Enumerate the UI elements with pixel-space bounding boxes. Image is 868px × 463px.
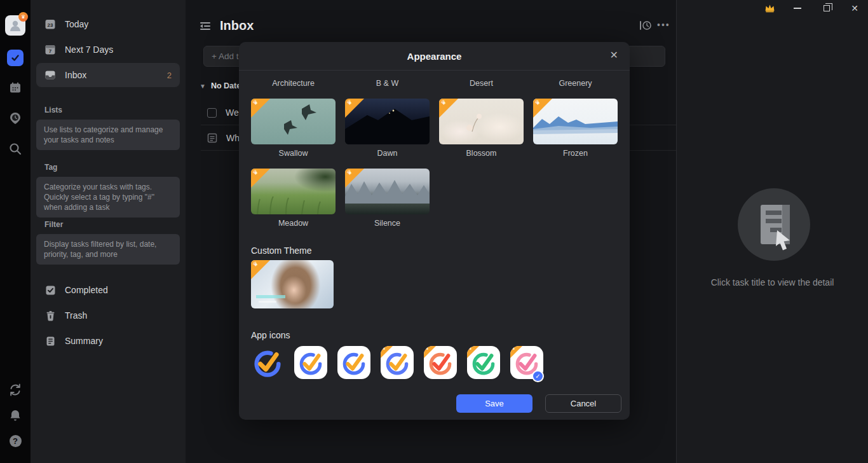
lists-hint: Use lists to categorize and manage your … (36, 120, 180, 150)
search-icon (8, 142, 22, 156)
bell-icon (8, 408, 22, 422)
svg-text:7: 7 (49, 48, 52, 54)
app-icon-blue[interactable] (294, 346, 327, 379)
restore-button[interactable] (821, 0, 832, 17)
custom-theme-heading: Custom Theme (251, 245, 311, 256)
help-icon: ? (10, 435, 22, 447)
page-title: Inbox (220, 18, 254, 33)
calendar-icon (8, 81, 22, 95)
rail-calendar-button[interactable] (8, 80, 23, 95)
rail-search-button[interactable] (8, 141, 23, 156)
app-icon-classic[interactable] (251, 346, 284, 379)
close-dialog-icon[interactable]: ✕ (610, 49, 618, 61)
theme-label: Desert (439, 79, 524, 88)
theme-thumbnail-blossom[interactable] (439, 99, 524, 144)
note-icon (207, 133, 217, 143)
document-with-cursor-icon (738, 188, 810, 261)
sidebar-item-today[interactable]: 23 Today (36, 12, 180, 36)
sidebar-item-label: Trash (65, 310, 87, 321)
theme-label: Swallow (251, 149, 336, 158)
theme-label: Silence (345, 219, 430, 228)
theme-thumbnail-dawn[interactable] (345, 99, 430, 144)
rail-tasks-active[interactable] (7, 50, 24, 66)
section-label-tag: Tag (44, 163, 57, 172)
save-button[interactable]: Save (456, 394, 532, 413)
detail-panel: Click task title to view the detail (676, 0, 868, 463)
app-icon-blue-rounded[interactable] (337, 346, 370, 379)
focus-pin-clock-icon (8, 111, 22, 125)
sidebar-item-next7days[interactable]: 7 Next 7 Days (36, 38, 180, 62)
sidebar-item-summary[interactable]: Summary (36, 329, 180, 353)
more-options-icon[interactable]: ••• (657, 20, 670, 30)
theme-thumbnail-swallow[interactable] (251, 99, 336, 144)
rail-sync-button[interactable] (8, 382, 23, 397)
custom-theme-thumbnail[interactable] (251, 260, 334, 308)
sidebar-item-trash[interactable]: Trash (36, 303, 180, 328)
summary-icon (44, 335, 56, 347)
avatar[interactable]: ♛ (5, 15, 25, 36)
theme-label: Frozen (533, 149, 618, 158)
check-icon (10, 53, 20, 63)
rail-notifications-button[interactable] (8, 408, 23, 423)
close-window-button[interactable]: ✕ (849, 0, 860, 17)
sidebar-item-label: Completed (65, 285, 108, 295)
nav-panel: 23 Today 7 Next 7 Days Inbox (31, 0, 186, 463)
premium-corner-badge (251, 260, 270, 279)
watermark-text (256, 295, 285, 298)
theme-label: Dawn (345, 149, 430, 158)
section-label-lists: Lists (44, 106, 62, 114)
theme-label: Meadow (251, 219, 336, 228)
sync-icon (8, 383, 22, 397)
inbox-count-badge: 2 (167, 71, 172, 80)
chevron-down-icon: ▼ (200, 83, 206, 90)
empty-state-text: Click task title to view the detail (677, 277, 868, 287)
app-icon-blue-premium[interactable] (381, 346, 414, 379)
group-label: No Date (211, 81, 241, 90)
sidebar-toggle-icon[interactable] (200, 21, 212, 34)
dialog-title: Appearance (239, 51, 630, 62)
theme-label: Greenery (533, 79, 618, 88)
sidebar-item-completed[interactable]: Completed (36, 278, 180, 302)
trash-icon (44, 310, 56, 321)
theme-thumbnail-silence[interactable] (345, 169, 430, 214)
premium-crown-badge: ♛ (18, 12, 28, 22)
rail-help-button[interactable]: ? (8, 433, 23, 448)
sort-clock-icon[interactable] (639, 20, 652, 34)
app-window: ♛ (0, 0, 868, 463)
section-label-filter: Filter (44, 220, 63, 229)
watermark-text (259, 301, 276, 303)
appearance-dialog: Appearance ✕ Architecture B & W Desert G… (239, 42, 630, 420)
theme-label: Architecture (251, 79, 336, 88)
sidebar-item-inbox[interactable]: Inbox 2 (36, 63, 180, 87)
divider (239, 70, 630, 71)
theme-label: B & W (345, 79, 430, 88)
selected-check-badge: ✓ (532, 370, 544, 382)
premium-crown-icon[interactable] (763, 0, 776, 17)
checkbox-checked-icon (44, 284, 56, 296)
minimize-button[interactable] (792, 0, 803, 17)
filter-hint: Display tasks filtered by list, date, pr… (36, 234, 180, 265)
empty-state-illustration (738, 188, 810, 263)
svg-text:23: 23 (48, 22, 53, 28)
task-checkbox[interactable] (207, 108, 217, 118)
calendar-week-icon: 7 (44, 44, 56, 55)
cancel-button[interactable]: Cancel (545, 394, 621, 413)
theme-thumbnail-frozen[interactable] (533, 99, 618, 144)
app-rail: ♛ (0, 0, 31, 463)
sidebar-item-label: Today (65, 19, 88, 29)
app-icons-heading: App icons (251, 330, 290, 340)
inbox-icon (44, 69, 56, 81)
theme-thumbnail-meadow[interactable] (251, 169, 336, 214)
app-icon-orange-premium[interactable] (424, 346, 457, 379)
tag-hint: Categorize your tasks with tags. Quickly… (36, 177, 180, 218)
sidebar-item-label: Summary (65, 336, 103, 346)
app-icon-green-premium[interactable] (467, 346, 500, 379)
sidebar-item-label: Inbox (65, 70, 86, 80)
calendar-day-23-icon: 23 (44, 18, 56, 30)
group-header-no-date[interactable]: ▼ No Date (200, 81, 241, 90)
rail-focus-button[interactable] (8, 111, 23, 126)
theme-label: Blossom (439, 149, 524, 158)
sidebar-item-label: Next 7 Days (65, 45, 113, 55)
